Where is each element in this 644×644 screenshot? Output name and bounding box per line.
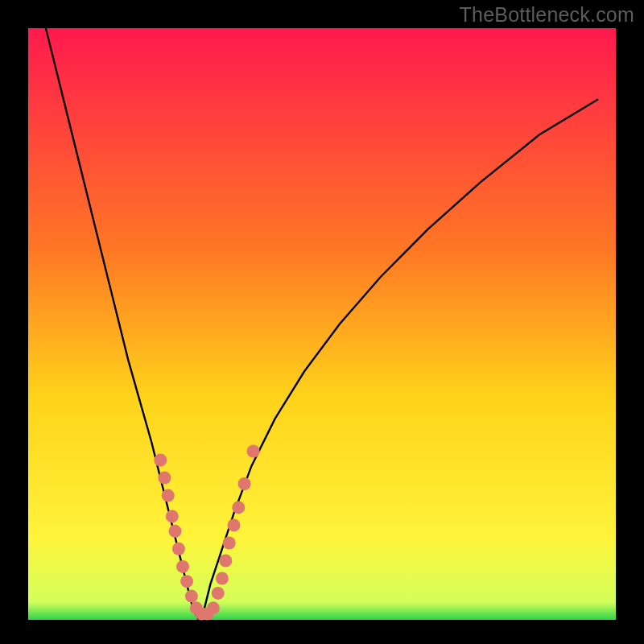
sample-point [223, 537, 236, 550]
sample-point [169, 525, 182, 538]
sample-point [247, 445, 260, 458]
sample-point [219, 555, 232, 568]
sample-point [232, 501, 245, 514]
plot-background [28, 28, 616, 620]
sample-point [158, 472, 171, 485]
sample-point [207, 601, 220, 614]
sample-point [154, 454, 167, 467]
sample-point [216, 572, 229, 585]
sample-point [180, 575, 193, 588]
sample-point [228, 518, 241, 531]
sample-point [172, 543, 185, 555]
plot-svg [0, 0, 644, 644]
sample-point [162, 489, 175, 502]
sample-point [185, 590, 198, 603]
sample-point [212, 587, 225, 600]
sample-point [176, 560, 189, 573]
sample-point [166, 510, 179, 522]
sample-point [238, 477, 251, 490]
chart-frame: TheBottleneck.com [0, 0, 644, 644]
watermark-text: TheBottleneck.com [460, 3, 634, 27]
